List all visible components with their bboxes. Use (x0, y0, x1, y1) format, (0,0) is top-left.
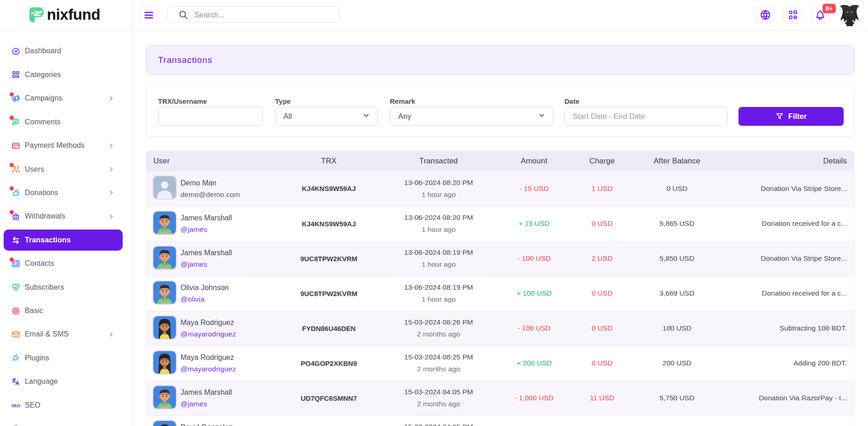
svg-text:SEO: SEO (11, 403, 21, 408)
